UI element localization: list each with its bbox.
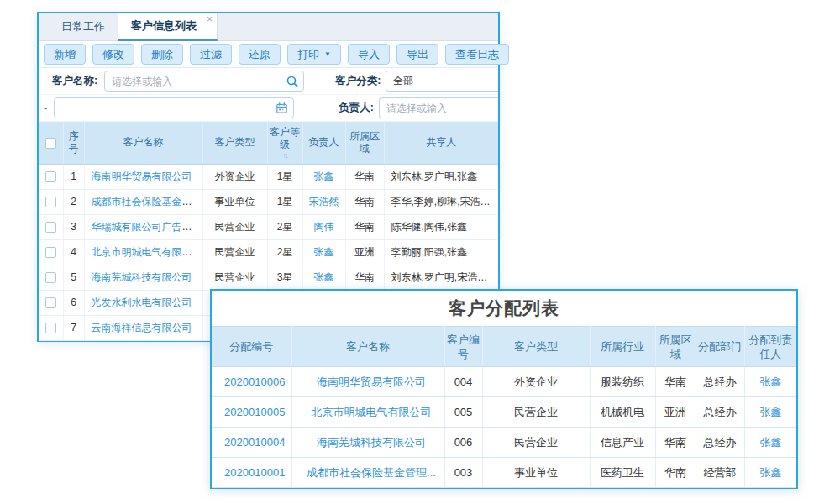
customer-name-link[interactable]: 海南芜城科技有限公司 bbox=[92, 271, 192, 283]
customer-category-select[interactable]: 全部 bbox=[386, 71, 498, 92]
search-icon[interactable] bbox=[286, 75, 299, 88]
col-customer-name: 客户名称 bbox=[291, 327, 444, 367]
col-customer-level: 客户等级 ↑↓ bbox=[267, 122, 302, 164]
col-customer-type: 客户类型 bbox=[202, 122, 267, 164]
assignee-link[interactable]: 张鑫 bbox=[759, 375, 781, 388]
row-checkbox[interactable] bbox=[45, 222, 56, 233]
owner-link[interactable]: 张鑫 bbox=[314, 246, 334, 258]
add-button[interactable]: 新增 bbox=[44, 44, 86, 65]
cell-industry: 服装纺织 bbox=[590, 367, 655, 397]
customer-name-link[interactable]: 成都市社会保险基金管理... bbox=[92, 196, 203, 207]
assignee-link[interactable]: 张鑫 bbox=[759, 466, 781, 479]
assign-no-link[interactable]: 2020010006 bbox=[224, 375, 285, 388]
customer-name-link[interactable]: 华瑞城有限公司广告设计部 bbox=[92, 221, 203, 233]
table-row: 2 成都市社会保险基金管理... 事业单位 1星 宋浩然 华南 李华,李婷,柳琳… bbox=[39, 189, 498, 214]
cell-customer-no: 004 bbox=[444, 367, 482, 397]
assign-no-link[interactable]: 2020010004 bbox=[224, 436, 285, 449]
col-seq: 序号 bbox=[63, 122, 84, 164]
cell-type: 民营企业 bbox=[202, 239, 267, 265]
cell-type: 外资企业 bbox=[202, 164, 267, 189]
cell-region: 亚洲 bbox=[345, 239, 384, 265]
owner-link[interactable]: 陶伟 bbox=[314, 221, 334, 233]
cell-shared: 刘东林,罗广明,宋浩然,张鑫 bbox=[384, 265, 498, 290]
cell-shared: 刘东林,罗广明,张鑫 bbox=[384, 164, 498, 189]
selected-option: 全部 bbox=[393, 74, 413, 88]
customer-name-link[interactable]: 北京市明城电气有限公司 bbox=[312, 406, 432, 418]
assign-no-link[interactable]: 2020010005 bbox=[224, 406, 285, 418]
cell-industry: 机械机电 bbox=[590, 397, 655, 428]
assignment-table-header: 分配编号 客户名称 客户编号 客户类型 所属行业 所属区域 分配部门 分配到责任… bbox=[212, 327, 796, 367]
filter-button[interactable]: 过滤 bbox=[190, 44, 232, 65]
owner-link[interactable]: 张鑫 bbox=[314, 171, 334, 182]
customer-category-label: 客户分类: bbox=[335, 74, 381, 88]
cell-region: 华南 bbox=[345, 265, 384, 290]
date-input[interactable] bbox=[54, 97, 294, 118]
tab-label: 客户信息列表 bbox=[131, 18, 197, 34]
cell-level: 1星 bbox=[267, 164, 302, 189]
import-button[interactable]: 导入 bbox=[348, 44, 390, 65]
customer-table-header: 序号 客户名称 客户类型 客户等级 ↑↓ 负责人 所属区域 共享人 bbox=[39, 122, 498, 164]
assignment-table: 分配编号 客户名称 客户编号 客户类型 所属行业 所属区域 分配部门 分配到责任… bbox=[212, 326, 796, 488]
row-checkbox[interactable] bbox=[45, 323, 56, 333]
assign-no-link[interactable]: 2020010001 bbox=[224, 466, 285, 479]
table-row: 1 海南明华贸易有限公司 外资企业 1星 张鑫 华南 刘东林,罗广明,张鑫 bbox=[39, 164, 498, 189]
table-row: 2020010001 成都市社会保险基金管理... 003 事业单位 医药卫生 … bbox=[212, 458, 796, 488]
select-all-checkbox[interactable] bbox=[45, 138, 56, 149]
sort-icon[interactable]: ↑↓ bbox=[270, 151, 301, 160]
restore-button[interactable]: 还原 bbox=[239, 44, 281, 65]
cell-customer-no: 006 bbox=[444, 428, 482, 458]
assignee-link[interactable]: 张鑫 bbox=[759, 436, 781, 449]
print-button[interactable]: 打印 ▼ bbox=[287, 44, 341, 65]
view-log-button[interactable]: 查看日志 bbox=[445, 44, 509, 65]
col-customer-no: 客户编号 bbox=[444, 327, 482, 367]
cell-seq: 1 bbox=[63, 164, 84, 189]
assignee-link[interactable]: 张鑫 bbox=[759, 406, 781, 418]
cell-region: 华南 bbox=[345, 214, 384, 239]
tab-customer-info-list[interactable]: 客户信息列表 × bbox=[118, 13, 218, 41]
col-customer-type: 客户类型 bbox=[482, 327, 590, 367]
calendar-icon[interactable] bbox=[276, 102, 289, 115]
cell-level: 2星 bbox=[267, 239, 302, 265]
table-row: 2020010006 海南明华贸易有限公司 004 外资企业 服装纺织 华南 总… bbox=[212, 367, 796, 397]
col-assignee: 分配到责任人 bbox=[744, 327, 796, 367]
row-checkbox[interactable] bbox=[45, 247, 56, 258]
tab-daily-work[interactable]: 日常工作 bbox=[49, 13, 118, 40]
cell-industry: 信息产业 bbox=[590, 428, 655, 458]
row-checkbox[interactable] bbox=[45, 272, 56, 283]
cell-shared: 李华,李婷,柳琳,宋浩然,张鑫 bbox=[384, 189, 498, 214]
cell-dept: 总经办 bbox=[696, 397, 744, 428]
row-checkbox[interactable] bbox=[45, 297, 56, 308]
close-icon[interactable]: × bbox=[207, 14, 213, 24]
cell-region: 华南 bbox=[655, 458, 696, 488]
owner-link[interactable]: 宋浩然 bbox=[309, 196, 339, 207]
cell-seq: 4 bbox=[63, 239, 84, 265]
row-checkbox[interactable] bbox=[45, 197, 56, 207]
cell-dept: 经营部 bbox=[696, 458, 744, 488]
customer-name-link[interactable]: 海南明华贸易有限公司 bbox=[92, 171, 192, 182]
customer-name-link[interactable]: 海南芜城科技有限公司 bbox=[317, 436, 426, 449]
owner-input[interactable] bbox=[379, 97, 498, 118]
cell-customer-no: 005 bbox=[444, 397, 482, 428]
col-shared: 共享人 bbox=[384, 122, 498, 164]
customer-name-link[interactable]: 北京市明城电气有限公司 bbox=[92, 246, 202, 258]
export-button[interactable]: 导出 bbox=[396, 44, 438, 65]
delete-button[interactable]: 删除 bbox=[141, 44, 183, 65]
row-checkbox[interactable] bbox=[45, 171, 56, 182]
modify-button[interactable]: 修改 bbox=[92, 44, 134, 65]
cell-seq: 7 bbox=[63, 315, 84, 340]
customer-name-link[interactable]: 成都市社会保险基金管理... bbox=[307, 466, 436, 479]
customer-name-input[interactable] bbox=[104, 71, 304, 92]
cell-level: 1星 bbox=[267, 189, 302, 214]
cell-industry: 医药卫生 bbox=[590, 458, 655, 488]
col-region: 所属区域 bbox=[345, 122, 384, 164]
customer-name-link[interactable]: 光发水利水电有限公司 bbox=[92, 297, 192, 308]
col-assign-no: 分配编号 bbox=[212, 327, 291, 367]
date-range-separator: - bbox=[44, 102, 47, 114]
cell-type: 外资企业 bbox=[482, 367, 590, 397]
customer-name-link[interactable]: 云南海祥信息有限公司 bbox=[92, 322, 192, 333]
customer-assignment-panel: 客户分配列表 分配编号 客户名称 客户编号 客户类型 所属行业 所属区域 分配部… bbox=[210, 289, 798, 489]
col-owner: 负责人 bbox=[302, 122, 345, 164]
customer-name-link[interactable]: 海南明华贸易有限公司 bbox=[317, 375, 426, 388]
owner-link[interactable]: 张鑫 bbox=[314, 271, 334, 283]
cell-region: 华南 bbox=[345, 164, 384, 189]
